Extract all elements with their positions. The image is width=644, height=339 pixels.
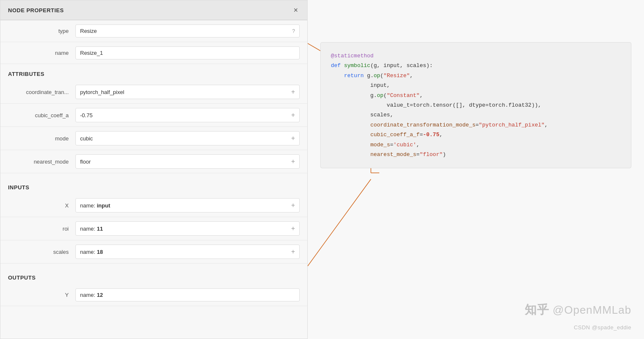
attr-row-1: cubic_coeff_a -0.75 + [0, 104, 307, 127]
attr-value-text-0: pytorch_half_pixel [80, 89, 124, 95]
attributes-header: ATTRIBUTES [0, 64, 307, 81]
code-line-1: @staticmethod [331, 51, 621, 61]
code-line-9: cubic_coeff_a_f=-0.75, [331, 130, 621, 140]
input-value-scales[interactable]: name: 18 + [75, 245, 300, 259]
input-label-scales: scales [8, 249, 75, 255]
attr-label-0: coordinate_tran... [8, 89, 75, 95]
input-label-x: X [8, 202, 75, 209]
panel-title: NODE PROPERTIES [8, 7, 64, 13]
inputs-section: INPUTS X name: input + roi name: 11 + sc… [0, 178, 307, 268]
code-line-10: mode_s='cubic', [331, 140, 621, 150]
attr-row-3: nearest_mode floor + [0, 150, 307, 173]
code-line-2: def symbolic(g, input, scales): [331, 61, 621, 70]
attr-label-2: mode [8, 135, 75, 142]
input-value-x[interactable]: name: input + [75, 198, 300, 213]
watermark-sub: CSDN @spade_eddie [574, 324, 631, 331]
type-row: type Resize ? [0, 20, 307, 42]
outputs-header: OUTPUTS [0, 268, 307, 284]
input-row-scales: scales name: 18 + [0, 240, 307, 264]
code-line-6: value_t=torch.tensor([], dtype=torch.flo… [331, 100, 621, 110]
inputs-header: INPUTS [0, 178, 307, 194]
input-plus-roi[interactable]: + [291, 225, 295, 232]
attr-plus-1[interactable]: + [291, 111, 295, 119]
attr-label-1: cubic_coeff_a [8, 112, 75, 118]
panel-header: NODE PROPERTIES × [0, 0, 307, 20]
attr-row-0: coordinate_tran... pytorch_half_pixel + [0, 81, 307, 104]
close-button[interactable]: × [292, 6, 300, 14]
input-label-roi: roi [8, 226, 75, 232]
code-line-5: g.op("Constant", [331, 91, 621, 100]
type-value-field[interactable]: Resize ? [75, 24, 300, 38]
code-line-3: return g.op("Resize", [331, 71, 621, 81]
name-value-text: Resize_1 [80, 50, 103, 56]
attr-row-2: mode cubic + [0, 127, 307, 150]
output-value-text-y: name: 12 [80, 292, 103, 298]
code-line-7: scales, [331, 110, 621, 120]
type-label: type [8, 28, 75, 34]
input-row-x: X name: input + [0, 194, 307, 217]
attr-value-3[interactable]: floor + [75, 154, 300, 169]
attr-plus-0[interactable]: + [291, 88, 295, 96]
code-line-11: nearest_mode_s="floor") [331, 150, 621, 159]
watermark-main: 知乎 @OpenMMLab [525, 302, 631, 318]
output-row-y: Y name: 12 [0, 284, 307, 306]
input-value-roi[interactable]: name: 11 + [75, 221, 300, 236]
attr-plus-3[interactable]: + [291, 158, 295, 165]
name-value-field[interactable]: Resize_1 [75, 46, 300, 59]
attr-label-3: nearest_mode [8, 159, 75, 165]
name-label: name [8, 50, 75, 56]
output-label-y: Y [8, 292, 75, 298]
input-plus-x[interactable]: + [291, 202, 295, 209]
input-row-roi: roi name: 11 + [0, 217, 307, 240]
name-row: name Resize_1 [0, 42, 307, 64]
node-properties-panel: NODE PROPERTIES × type Resize ? name Res… [0, 0, 308, 339]
attr-value-text-1: -0.75 [80, 112, 93, 118]
code-line-8: coordinate_transformation_mode_s="pytorc… [331, 120, 621, 130]
code-line-4: input, [331, 81, 621, 90]
attr-value-2[interactable]: cubic + [75, 131, 300, 145]
output-value-y[interactable]: name: 12 [75, 288, 300, 301]
attr-value-text-2: cubic [80, 135, 93, 142]
input-plus-scales[interactable]: + [291, 248, 295, 256]
code-panel: @staticmethod def symbolic(g, input, sca… [308, 0, 644, 339]
attr-value-0[interactable]: pytorch_half_pixel + [75, 85, 300, 99]
outputs-section: OUTPUTS Y name: 12 [0, 268, 307, 310]
code-block: @staticmethod def symbolic(g, input, sca… [320, 42, 631, 168]
input-value-text-x: name: input [80, 202, 110, 209]
svg-line-1 [308, 179, 371, 266]
attributes-section: ATTRIBUTES coordinate_tran... pytorch_ha… [0, 64, 307, 178]
type-hint-icon[interactable]: ? [292, 28, 295, 34]
attr-value-1[interactable]: -0.75 + [75, 108, 300, 122]
attr-value-text-3: floor [80, 159, 91, 165]
input-value-text-roi: name: 11 [80, 226, 103, 232]
input-value-text-scales: name: 18 [80, 249, 103, 255]
attr-plus-2[interactable]: + [291, 135, 295, 142]
type-value-text: Resize [80, 28, 97, 34]
